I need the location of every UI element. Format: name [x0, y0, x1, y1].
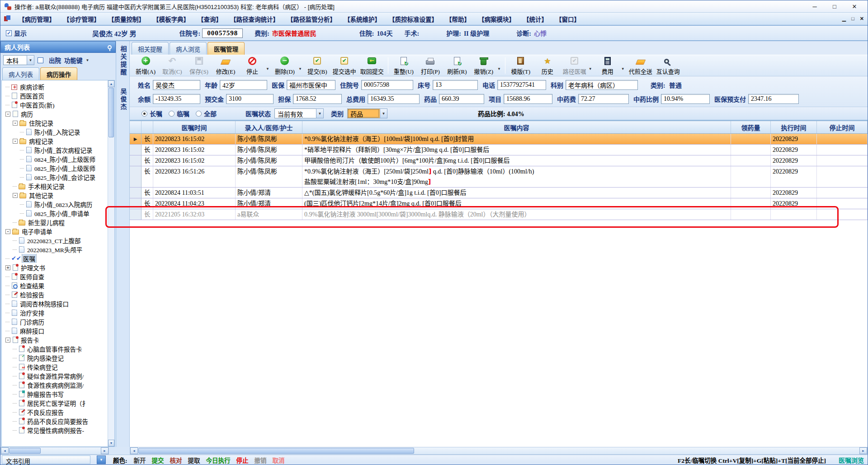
tree-item[interactable]: 0824_陈小倩_上级医师: [3, 155, 108, 164]
scroll-right-icon[interactable]: ►: [859, 447, 867, 454]
tree-item[interactable]: 0825_陈小倩_申请单: [3, 209, 108, 218]
field-input-担保[interactable]: 1768.52: [293, 94, 342, 104]
scroll-left-icon[interactable]: ◄: [1, 447, 9, 454]
toolbar-button-重整(U)[interactable]: 重整(U): [392, 56, 415, 75]
toolbar-button-代煎全送[interactable]: 代煎全送: [629, 56, 652, 75]
document-reference-button[interactable]: 文书引用: [2, 456, 90, 464]
tree-expander-icon[interactable]: -: [13, 121, 18, 126]
admission-no-value[interactable]: 00057598: [202, 28, 243, 38]
tree-item[interactable]: -病历: [3, 109, 108, 118]
tree-item[interactable]: 居民死亡医学证明（扌: [3, 399, 108, 408]
dropdown-arrow-icon[interactable]: ▼: [497, 67, 501, 71]
tree-item[interactable]: 药品不良反应简要报告: [3, 417, 108, 426]
tree-expander-icon[interactable]: -: [13, 193, 18, 198]
toolbar-button-修改(E)[interactable]: 修改(E): [214, 56, 237, 75]
tree-vertical-scrollbar[interactable]: ▲ ▼: [108, 80, 114, 446]
toolbar-button-删除(D)[interactable]: −删除(D): [274, 56, 296, 75]
column-header[interactable]: 停止时间: [817, 121, 868, 133]
mdi-close-button[interactable]: ✕: [860, 16, 864, 22]
order-status-value[interactable]: 当前有效: [274, 108, 316, 118]
toolbar-button-提交(B)[interactable]: ✔提交(B): [306, 56, 329, 75]
show-checkbox[interactable]: ✓: [6, 30, 12, 36]
tree-item[interactable]: 院内感染登记: [3, 353, 108, 362]
field-input-医保预支付[interactable]: 2347.16: [748, 94, 799, 104]
field-input-药品[interactable]: 660.39: [439, 94, 484, 104]
tree-item[interactable]: 医师自查: [3, 272, 108, 281]
tree-item[interactable]: 肿瘤报告书写: [3, 390, 108, 399]
menu-item[interactable]: 【窗口】: [552, 13, 584, 25]
menu-item[interactable]: 【统计】: [519, 13, 552, 25]
tree-item[interactable]: 陈小倩_0823入院病历: [3, 200, 108, 209]
main-tab-相关提醒[interactable]: 相关提醒: [132, 42, 169, 55]
field-input-科别[interactable]: 老年病科（病区）: [566, 80, 638, 90]
tree-item[interactable]: 门诊病历: [3, 317, 108, 326]
funckey-label[interactable]: 功能键: [64, 56, 83, 65]
chevron-down-icon[interactable]: ▼: [97, 456, 106, 464]
column-header[interactable]: 医嘱内容: [302, 121, 731, 133]
minimize-button[interactable]: ─: [811, 3, 819, 10]
toolbar-button-取回提交[interactable]: ←取回提交: [360, 56, 384, 75]
chevron-down-icon[interactable]: ▼: [380, 108, 387, 118]
menu-item[interactable]: 【路径监管分析】: [283, 13, 340, 25]
field-input-年龄[interactable]: 42岁: [220, 80, 267, 90]
tree-item[interactable]: 治疗安排: [3, 308, 108, 317]
scroll-left-icon[interactable]: ◄: [130, 447, 138, 454]
tree-expander-icon[interactable]: +: [5, 265, 10, 270]
menu-item[interactable]: 【质控标准设置】: [385, 13, 442, 25]
tree-expander-icon[interactable]: -: [5, 112, 10, 117]
field-input-余额[interactable]: -13249.35: [153, 94, 200, 104]
main-tab-医嘱管理[interactable]: 医嘱管理: [208, 42, 245, 55]
tree-item[interactable]: 20220823_CT上腹部: [3, 236, 108, 245]
close-button[interactable]: ✕: [850, 3, 859, 10]
field-input-项目[interactable]: 15688.96: [504, 94, 552, 104]
tree-item[interactable]: 疾病诊断: [3, 82, 108, 91]
field-input-住院号[interactable]: 00057598: [361, 80, 413, 90]
chevron-down-icon[interactable]: ▼: [27, 55, 34, 65]
toolbar-button-提交选中[interactable]: ✔提交选中: [333, 56, 356, 75]
toolbar-button-打印(P)[interactable]: 打印(P): [419, 56, 442, 75]
menu-item[interactable]: 【质量控制】: [104, 13, 149, 25]
toolbar-button-撤销(Z)[interactable]: 撤销(Z): [472, 56, 495, 75]
tree-item[interactable]: 检查结果: [3, 281, 108, 290]
scroll-up-icon[interactable]: ▲: [108, 80, 114, 87]
field-input-床号[interactable]: 13: [433, 80, 478, 90]
table-row[interactable]: 长20220823 16:15:02陈小倩/陈凤彬甲磺酸倍他司汀片（敏使朗100…: [130, 155, 868, 166]
menu-item[interactable]: 【路径查询统计】: [226, 13, 283, 25]
tree-expander-icon[interactable]: -: [5, 338, 10, 343]
field-input-电话[interactable]: 15377927541: [497, 80, 546, 90]
column-header[interactable]: [130, 121, 142, 133]
column-header[interactable]: 医嘱时间: [153, 121, 236, 133]
dropdown-arrow-icon[interactable]: ▼: [298, 67, 302, 71]
mdi-restore-button[interactable]: □: [851, 16, 854, 22]
toolbar-button-互认查询[interactable]: 互认查询: [656, 56, 680, 75]
tree-item[interactable]: -其他记录: [3, 191, 108, 200]
menu-item[interactable]: 【查询】: [193, 13, 226, 25]
menu-item[interactable]: 【病案模块】: [474, 13, 519, 25]
menu-item[interactable]: 【诊疗管理】: [59, 13, 104, 25]
related-reminder-vertical-tab[interactable]: 相关提醒: [118, 46, 127, 76]
sidebar-tab-病历操作[interactable]: 病历操作: [40, 67, 77, 80]
toolbar-button-费用[interactable]: 费用: [596, 56, 619, 75]
column-header[interactable]: 录入人/医师/护士: [236, 121, 302, 133]
field-input-姓名[interactable]: 吴俊杰: [153, 80, 200, 90]
tree-item[interactable]: -住院记录: [3, 118, 108, 127]
tree-item[interactable]: 西医首页: [3, 91, 108, 100]
table-row[interactable]: 长20220824 11:03:51陈小倩/郑清△*(国五)氯化钾缓释片[0.5…: [130, 188, 868, 198]
field-input-预交金[interactable]: 3100: [226, 94, 274, 104]
tree-item[interactable]: -病程记录: [3, 136, 108, 146]
toolbar-button-历史[interactable]: ★历史: [536, 56, 559, 75]
menu-item[interactable]: 【模板字典】: [149, 13, 193, 25]
tree-item[interactable]: 陈小倩_首次病程记录: [3, 146, 108, 155]
menu-item[interactable]: 【系统维护】: [340, 13, 385, 25]
tree-expander-icon[interactable]: -: [5, 229, 10, 234]
tree-item[interactable]: -报告卡: [3, 335, 108, 344]
tree-item[interactable]: 食源性疾病病例监测/: [3, 380, 108, 390]
department-select[interactable]: 本科 ▼: [3, 55, 34, 65]
tree-item[interactable]: 新生婴儿病程: [3, 218, 108, 227]
column-header[interactable]: 领药量: [731, 121, 771, 133]
maximize-button[interactable]: □: [830, 3, 839, 10]
tree-item[interactable]: 20220823_MR头颅平: [3, 245, 108, 254]
table-row[interactable]: ▶长20220823 16:15:02陈小倩/陈凤彬*0.9%氯化钠注射液（海王…: [130, 134, 868, 145]
tree-item[interactable]: +护理文书: [3, 263, 108, 272]
tree-item[interactable]: 不良反应报告: [3, 408, 108, 417]
